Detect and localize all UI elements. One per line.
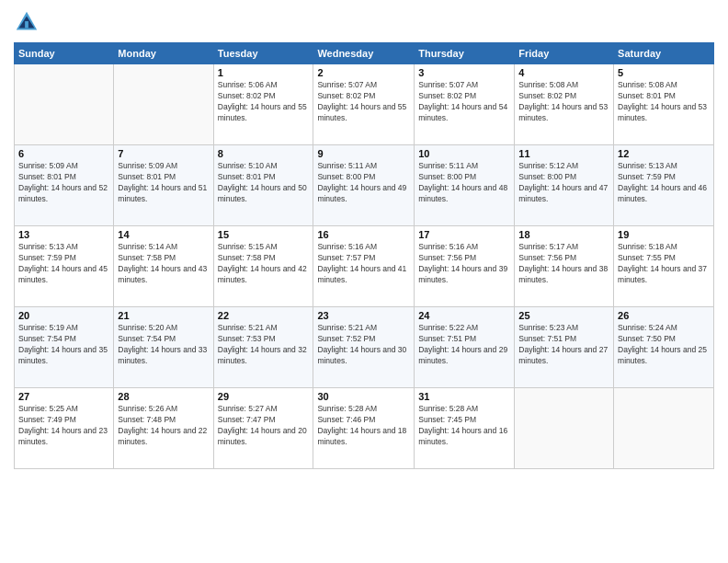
calendar-cell: 25Sunrise: 5:23 AM Sunset: 7:51 PM Dayli… <box>515 307 614 388</box>
week-row-3: 13Sunrise: 5:13 AM Sunset: 7:59 PM Dayli… <box>15 226 714 307</box>
day-number: 27 <box>18 391 109 402</box>
day-info: Sunrise: 5:17 AM Sunset: 7:56 PM Dayligh… <box>518 242 609 286</box>
day-number: 20 <box>18 310 109 321</box>
calendar-cell: 18Sunrise: 5:17 AM Sunset: 7:56 PM Dayli… <box>515 226 614 307</box>
calendar-cell: 29Sunrise: 5:27 AM Sunset: 7:47 PM Dayli… <box>213 388 313 469</box>
calendar: SundayMondayTuesdayWednesdayThursdayFrid… <box>14 42 714 469</box>
day-number: 19 <box>618 229 710 240</box>
day-number: 10 <box>418 148 510 159</box>
calendar-cell: 12Sunrise: 5:13 AM Sunset: 7:59 PM Dayli… <box>614 145 714 226</box>
day-info: Sunrise: 5:10 AM Sunset: 8:01 PM Dayligh… <box>218 161 310 205</box>
calendar-cell: 6Sunrise: 5:09 AM Sunset: 8:01 PM Daylig… <box>15 145 114 226</box>
day-info: Sunrise: 5:16 AM Sunset: 7:56 PM Dayligh… <box>418 242 510 286</box>
day-number: 15 <box>218 229 310 240</box>
calendar-cell: 13Sunrise: 5:13 AM Sunset: 7:59 PM Dayli… <box>15 226 114 307</box>
day-info: Sunrise: 5:11 AM Sunset: 8:00 PM Dayligh… <box>418 161 510 205</box>
calendar-cell: 22Sunrise: 5:21 AM Sunset: 7:53 PM Dayli… <box>213 307 313 388</box>
day-info: Sunrise: 5:14 AM Sunset: 7:58 PM Dayligh… <box>118 242 209 286</box>
day-info: Sunrise: 5:16 AM Sunset: 7:57 PM Dayligh… <box>317 242 410 286</box>
day-info: Sunrise: 5:25 AM Sunset: 7:49 PM Dayligh… <box>18 404 109 448</box>
day-info: Sunrise: 5:13 AM Sunset: 7:59 PM Dayligh… <box>18 242 109 286</box>
day-number: 21 <box>118 310 209 321</box>
day-info: Sunrise: 5:15 AM Sunset: 7:58 PM Dayligh… <box>218 242 310 286</box>
day-number: 31 <box>418 391 510 402</box>
day-number: 6 <box>18 148 109 159</box>
calendar-cell <box>15 64 114 145</box>
calendar-cell: 17Sunrise: 5:16 AM Sunset: 7:56 PM Dayli… <box>415 226 515 307</box>
calendar-cell: 23Sunrise: 5:21 AM Sunset: 7:52 PM Dayli… <box>313 307 415 388</box>
day-number: 16 <box>317 229 410 240</box>
calendar-cell: 21Sunrise: 5:20 AM Sunset: 7:54 PM Dayli… <box>114 307 213 388</box>
day-info: Sunrise: 5:13 AM Sunset: 7:59 PM Dayligh… <box>618 161 710 205</box>
calendar-cell: 26Sunrise: 5:24 AM Sunset: 7:50 PM Dayli… <box>614 307 714 388</box>
day-number: 23 <box>317 310 410 321</box>
day-number: 24 <box>418 310 510 321</box>
day-info: Sunrise: 5:26 AM Sunset: 7:48 PM Dayligh… <box>118 404 209 448</box>
day-info: Sunrise: 5:21 AM Sunset: 7:53 PM Dayligh… <box>218 323 310 367</box>
calendar-cell: 20Sunrise: 5:19 AM Sunset: 7:54 PM Dayli… <box>15 307 114 388</box>
day-info: Sunrise: 5:23 AM Sunset: 7:51 PM Dayligh… <box>518 323 609 367</box>
calendar-cell: 15Sunrise: 5:15 AM Sunset: 7:58 PM Dayli… <box>213 226 313 307</box>
week-row-4: 20Sunrise: 5:19 AM Sunset: 7:54 PM Dayli… <box>15 307 714 388</box>
calendar-cell: 3Sunrise: 5:07 AM Sunset: 8:02 PM Daylig… <box>415 64 515 145</box>
day-info: Sunrise: 5:08 AM Sunset: 8:01 PM Dayligh… <box>618 80 710 124</box>
day-info: Sunrise: 5:20 AM Sunset: 7:54 PM Dayligh… <box>118 323 209 367</box>
day-number: 7 <box>118 148 209 159</box>
calendar-cell: 8Sunrise: 5:10 AM Sunset: 8:01 PM Daylig… <box>213 145 313 226</box>
week-row-5: 27Sunrise: 5:25 AM Sunset: 7:49 PM Dayli… <box>15 388 714 469</box>
day-info: Sunrise: 5:24 AM Sunset: 7:50 PM Dayligh… <box>618 323 710 367</box>
day-info: Sunrise: 5:07 AM Sunset: 8:02 PM Dayligh… <box>418 80 510 124</box>
day-number: 26 <box>618 310 710 321</box>
weekday-header-friday: Friday <box>515 43 614 64</box>
weekday-header-wednesday: Wednesday <box>313 43 415 64</box>
calendar-cell: 9Sunrise: 5:11 AM Sunset: 8:00 PM Daylig… <box>313 145 415 226</box>
calendar-cell: 27Sunrise: 5:25 AM Sunset: 7:49 PM Dayli… <box>15 388 114 469</box>
day-info: Sunrise: 5:09 AM Sunset: 8:01 PM Dayligh… <box>118 161 209 205</box>
day-number: 25 <box>518 310 609 321</box>
weekday-header-saturday: Saturday <box>614 43 714 64</box>
day-number: 11 <box>518 148 609 159</box>
calendar-cell: 31Sunrise: 5:28 AM Sunset: 7:45 PM Dayli… <box>415 388 515 469</box>
calendar-cell: 5Sunrise: 5:08 AM Sunset: 8:01 PM Daylig… <box>614 64 714 145</box>
day-info: Sunrise: 5:27 AM Sunset: 7:47 PM Dayligh… <box>218 404 310 448</box>
day-info: Sunrise: 5:18 AM Sunset: 7:55 PM Dayligh… <box>618 242 710 286</box>
weekday-header-tuesday: Tuesday <box>213 43 313 64</box>
calendar-cell: 28Sunrise: 5:26 AM Sunset: 7:48 PM Dayli… <box>114 388 213 469</box>
calendar-cell: 7Sunrise: 5:09 AM Sunset: 8:01 PM Daylig… <box>114 145 213 226</box>
header <box>14 9 714 35</box>
calendar-cell: 11Sunrise: 5:12 AM Sunset: 8:00 PM Dayli… <box>515 145 614 226</box>
page: SundayMondayTuesdayWednesdayThursdayFrid… <box>0 0 728 563</box>
day-info: Sunrise: 5:28 AM Sunset: 7:46 PM Dayligh… <box>317 404 410 448</box>
day-info: Sunrise: 5:06 AM Sunset: 8:02 PM Dayligh… <box>218 80 310 124</box>
day-number: 18 <box>518 229 609 240</box>
calendar-cell: 10Sunrise: 5:11 AM Sunset: 8:00 PM Dayli… <box>415 145 515 226</box>
day-number: 29 <box>218 391 310 402</box>
day-info: Sunrise: 5:09 AM Sunset: 8:01 PM Dayligh… <box>18 161 109 205</box>
day-info: Sunrise: 5:28 AM Sunset: 7:45 PM Dayligh… <box>418 404 510 448</box>
day-info: Sunrise: 5:22 AM Sunset: 7:51 PM Dayligh… <box>418 323 510 367</box>
calendar-cell <box>114 64 213 145</box>
day-number: 2 <box>317 67 410 78</box>
day-info: Sunrise: 5:19 AM Sunset: 7:54 PM Dayligh… <box>18 323 109 367</box>
day-number: 9 <box>317 148 410 159</box>
weekday-header-sunday: Sunday <box>15 43 114 64</box>
weekday-header-monday: Monday <box>114 43 213 64</box>
calendar-cell: 19Sunrise: 5:18 AM Sunset: 7:55 PM Dayli… <box>614 226 714 307</box>
week-row-1: 1Sunrise: 5:06 AM Sunset: 8:02 PM Daylig… <box>15 64 714 145</box>
calendar-cell: 4Sunrise: 5:08 AM Sunset: 8:02 PM Daylig… <box>515 64 614 145</box>
day-info: Sunrise: 5:11 AM Sunset: 8:00 PM Dayligh… <box>317 161 410 205</box>
day-info: Sunrise: 5:07 AM Sunset: 8:02 PM Dayligh… <box>317 80 410 124</box>
calendar-cell <box>515 388 614 469</box>
calendar-cell: 24Sunrise: 5:22 AM Sunset: 7:51 PM Dayli… <box>415 307 515 388</box>
day-number: 28 <box>118 391 209 402</box>
day-number: 14 <box>118 229 209 240</box>
day-info: Sunrise: 5:21 AM Sunset: 7:52 PM Dayligh… <box>317 323 410 367</box>
logo <box>14 9 41 35</box>
svg-rect-2 <box>25 21 28 28</box>
day-info: Sunrise: 5:12 AM Sunset: 8:00 PM Dayligh… <box>518 161 609 205</box>
day-number: 3 <box>418 67 510 78</box>
calendar-cell: 1Sunrise: 5:06 AM Sunset: 8:02 PM Daylig… <box>213 64 313 145</box>
calendar-cell <box>614 388 714 469</box>
logo-icon <box>14 9 40 35</box>
calendar-cell: 16Sunrise: 5:16 AM Sunset: 7:57 PM Dayli… <box>313 226 415 307</box>
